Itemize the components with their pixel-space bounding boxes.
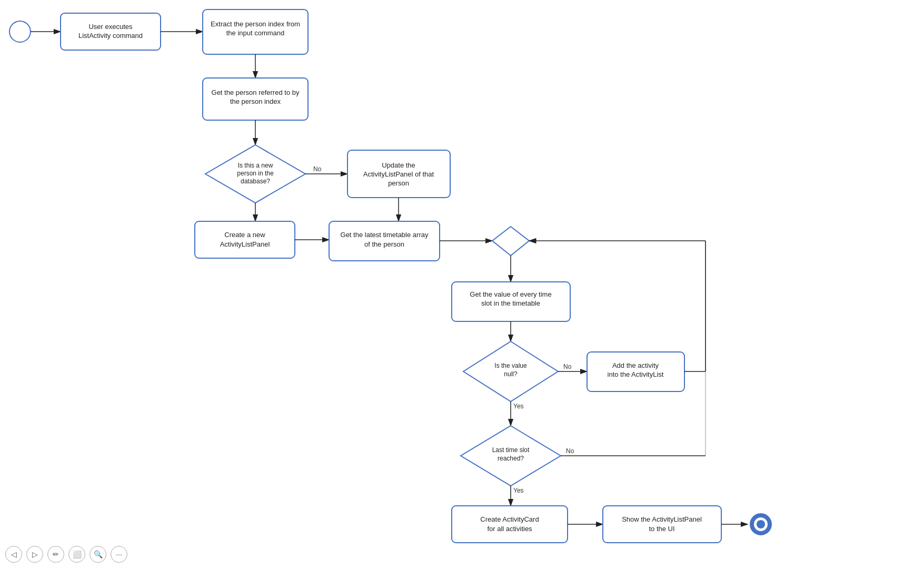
is-new-text1: Is this a new [238, 162, 273, 169]
create-panel-node [195, 221, 295, 258]
create-panel-text2: ActivityListPanel [220, 240, 270, 248]
no-label-isnull: No [563, 363, 572, 370]
get-person-text1: Get the person referred to by [212, 89, 300, 96]
flowchart-svg: User executes ListActivity command Extra… [0, 0, 924, 568]
back-button[interactable]: ◁ [5, 546, 22, 563]
update-panel-text3: person [388, 179, 409, 187]
list-activity-text2: ListActivity command [78, 32, 143, 40]
is-new-text3: database? [241, 178, 270, 185]
loop-decision-diamond [492, 227, 529, 256]
search-button[interactable]: 🔍 [90, 546, 106, 563]
more-button[interactable]: ··· [111, 546, 127, 563]
extract-index-text1: Extract the person index from [211, 20, 300, 28]
update-panel-text1: Update the [382, 161, 415, 169]
show-panel-text1: Show the ActivityListPanel [622, 515, 702, 523]
get-timeslot-text2: slot in the timetable [481, 299, 540, 307]
get-person-text2: the person index [230, 97, 281, 105]
last-timeslot-text2: reached? [498, 455, 524, 462]
show-panel-text2: to the UI [649, 525, 674, 533]
end-node-fill [757, 520, 765, 528]
last-timeslot-text1: Last time slot [492, 446, 530, 454]
list-activity-text: User executes [88, 23, 133, 31]
is-null-text2: null? [504, 370, 518, 378]
diagram-container: User executes ListActivity command Extra… [0, 0, 924, 568]
is-null-text1: Is the value [494, 362, 527, 369]
get-timetable-text1: Get the latest timetable array [341, 231, 429, 239]
no-label-isnew: No [313, 165, 322, 173]
start-node [9, 21, 31, 42]
get-timetable-text2: of the person [364, 240, 404, 248]
yes-label-lasttimeslot: Yes [513, 487, 524, 494]
yes-label-isnull: Yes [513, 403, 524, 410]
is-new-text2: person in the [237, 170, 274, 177]
create-cards-text1: Create ActivityCard [480, 515, 539, 523]
toolbar: ◁ ▷ ✏ ⬜ 🔍 ··· [5, 546, 127, 563]
create-panel-text1: Create a new [224, 231, 265, 239]
get-timeslot-text1: Get the value of every time [470, 290, 551, 298]
add-activity-text1: Add the activity [612, 361, 659, 369]
create-cards-node [452, 506, 568, 543]
forward-button[interactable]: ▷ [26, 546, 43, 563]
update-panel-text2: ActivityListPanel of that [363, 170, 434, 178]
create-cards-text2: for all activities [487, 525, 532, 533]
show-panel-node [603, 506, 721, 543]
copy-button[interactable]: ⬜ [68, 546, 85, 563]
add-activity-text2: into the ActivityList [608, 370, 664, 378]
no-label-lasttimeslot: No [566, 447, 574, 455]
edit-button[interactable]: ✏ [47, 546, 64, 563]
extract-index-text2: the input command [226, 29, 285, 37]
